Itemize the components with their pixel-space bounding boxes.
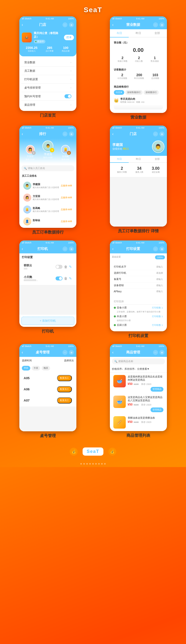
carrier-1: all Sketch	[22, 17, 31, 20]
printer-settings-btn[interactable]: ⊕	[69, 246, 74, 252]
product-search-placeholder: 搜索商品名称	[118, 360, 133, 363]
detail-settings[interactable]: ⊕	[160, 132, 165, 136]
app-main-title: SeaT	[0, 6, 186, 14]
biz-sales-section: 商品销售排行 今日▼ 按销售额排行 按销量排行 👑 李庄吴泥白肉 销售额: 90…	[112, 83, 165, 112]
more-btn-1[interactable]: ···	[62, 22, 67, 27]
stat-orders: 285 总订单量	[46, 46, 54, 52]
settings-btn-1[interactable]: ⊕	[69, 22, 74, 27]
ps-settings[interactable]: ⊕	[160, 246, 165, 252]
reservation-toggle[interactable]	[64, 94, 71, 98]
printer-section: all Sketch9:41 AM100% ‹ 打印机 ··· ⊕ 打印设置 联…	[5, 240, 91, 342]
detail-more[interactable]: ···	[153, 132, 158, 136]
printer-item-1: 联联云 111 🗑 ✎	[21, 262, 74, 272]
emp-header-card: 李建国 业绩排名 NO.1 👨	[110, 138, 167, 156]
delete-icon-2[interactable]: 🗑	[64, 276, 67, 280]
stat-revenue-label: 实际收入	[26, 50, 37, 52]
biz-more-btn[interactable]: ···	[153, 22, 158, 27]
ps-more[interactable]: ···	[153, 246, 158, 252]
stat-revenue: 2356.25 实际收入	[26, 46, 37, 52]
tab-all[interactable]: 全部	[148, 29, 167, 37]
section-label-ranking: 员工订单数据排行	[32, 230, 64, 238]
product-search-wrap: 🔍 搜索商品名称	[110, 357, 167, 366]
pm-more[interactable]: ···	[153, 350, 158, 355]
status-bar-3: all Sketch9:41 AM100%	[19, 126, 76, 130]
stat-orders-val: 285	[46, 46, 54, 50]
rank-1st: 👨 1 李建国 服务290单	[42, 140, 53, 159]
pm-settings[interactable]: ⊕	[160, 350, 165, 355]
printer-settings-section: all Sketch9:41 AM100% ‹ 打印设置 ··· ⊕ 基础设置 …	[95, 240, 181, 342]
printer-phone: all Sketch9:41 AM100% ‹ 打印机 ··· ⊕ 打印设置 联…	[19, 240, 76, 327]
printer-1-toggle[interactable]	[56, 265, 62, 269]
basic-sort-1[interactable]: 100%	[155, 255, 165, 259]
biz-settings-btn[interactable]: ⊕	[160, 22, 165, 27]
emp-tab-today[interactable]: 今日	[110, 156, 129, 163]
sales-tab-count[interactable]: 按销量排行	[144, 90, 159, 95]
visitors-today: 2 今日访客数	[117, 73, 127, 80]
menu-printer[interactable]: 打印机设置 ›	[21, 75, 74, 84]
section-label-store-home: 门店首页	[40, 113, 56, 121]
shift-evening[interactable]: 晚班	[42, 366, 50, 370]
visitors-total: 103 总访客数	[151, 73, 159, 80]
rank-item-3[interactable]: 👱 彭高略 戴大侠火锅高新门店-大堂经理 总服务98单	[21, 204, 74, 215]
manage-btn-2[interactable]: 管理商品	[151, 408, 164, 412]
manage-btn-1[interactable]: 管理商品	[151, 387, 164, 392]
dots-decoration	[0, 460, 186, 467]
filter-stock[interactable]: 库存排序↓	[125, 367, 136, 371]
menu-reservation[interactable]: 预约叫号管理	[21, 92, 74, 101]
table-num-a06: A06	[24, 388, 30, 391]
status-bar-5: all Sketch9:41 AM100%	[19, 240, 76, 245]
punch-btn[interactable]: 打卡	[64, 35, 74, 40]
stat-products-label: 商品总量	[62, 50, 70, 52]
signal-2: 100%	[159, 17, 164, 20]
emp-rank: 业绩排名 NO.1	[112, 147, 129, 151]
rank-item-4[interactable]: 👤 彭绿金 ... 总服务98单	[21, 216, 74, 227]
biz-payers: 2 付款人数	[135, 56, 143, 62]
visitor-title: 访客数统计	[114, 68, 163, 72]
printer-2-toggle[interactable]	[56, 276, 62, 280]
delete-icon-1[interactable]: 🗑	[64, 265, 67, 269]
arrange-btn-a05[interactable]: 配置员工	[57, 375, 72, 381]
tm-more[interactable]: ···	[62, 350, 67, 355]
menu-printer-label: 打印机设置	[24, 78, 38, 81]
add-printer-btn[interactable]: + 添加打印机	[21, 317, 74, 325]
filter-time-label[interactable]: 选择时间	[22, 359, 32, 362]
setting-select-printer[interactable]: 选择打印机 请选择	[114, 270, 163, 276]
bottom-icon-left: 💰	[70, 448, 78, 456]
arrange-btn-a07[interactable]: 配置员工	[57, 397, 72, 404]
ranking-more[interactable]: ···	[62, 132, 67, 136]
tab-today[interactable]: 今日	[110, 29, 129, 38]
ranking-settings[interactable]: ⊕	[69, 132, 74, 136]
bottom-bar: 💰 SeaT 💰	[0, 444, 186, 460]
sales-tab-amount[interactable]: 按销售额排行	[125, 90, 143, 95]
menu-biz-data[interactable]: 营业数据 ›	[21, 58, 74, 67]
menu-dishes[interactable]: 菜品管理 ›	[21, 101, 74, 109]
shift-noon[interactable]: 午班	[32, 366, 40, 370]
printer-more[interactable]: ···	[62, 246, 67, 252]
store-card: 🍲 重庆鸡公煲（春熙路店） 营业中 打卡 2356.25 实际收入	[19, 29, 76, 56]
biz-data-phone: all Sketch 9:41 AM 100% ‹ 营业数据 ··· ⊕ 今日 …	[110, 16, 167, 113]
filter-category[interactable]: 分类查看▼	[137, 367, 150, 371]
filter-price[interactable]: 价格排序↓	[112, 367, 123, 371]
edit-icon-2[interactable]: ✎	[69, 276, 72, 280]
tm-settings[interactable]: ⊕	[69, 350, 74, 355]
menu-table[interactable]: 桌号排班管理 ›	[21, 84, 74, 92]
store-stats: 2356.25 实际收入 285 总订单量 100 商品总量	[22, 46, 74, 52]
store-name: 重庆鸡公煲（春熙路店）	[34, 31, 62, 39]
arrange-btn-a06[interactable]: 配置员工	[57, 386, 72, 392]
rank-item-2[interactable]: 👩 方亚琼 戴大侠火锅高新门店-大堂经理 总服务98单	[21, 192, 74, 203]
rank-item-avatar-4: 👤	[23, 218, 31, 225]
menu-emp-data[interactable]: 员工数据 ›	[21, 67, 74, 75]
emp-tab-all[interactable]: 全部	[148, 156, 167, 162]
store-home-phone: all Sketch 9:41 AM 100% ‹ 门店 ··· ⊕ 🍲	[19, 16, 76, 111]
emp-avatar-large: 👨	[152, 140, 165, 153]
section-label-ranking-detail: 员工订单数据排行 详情	[118, 228, 159, 237]
rank-item-1[interactable]: 👨 李建国 戴大侠火锅高新门店-大堂经理 总服务98单	[21, 180, 74, 191]
tab-yesterday[interactable]: 昨日	[129, 29, 148, 37]
ranking-detail-header: ‹ 门店 ··· ⊕	[110, 130, 167, 138]
setting-printer-name: 打印机名字 请输入	[114, 264, 163, 270]
shift-morning[interactable]: 早班	[22, 366, 30, 370]
sales-tab-today[interactable]: 今日▼	[114, 90, 125, 95]
emp-tab-yesterday[interactable]: 昨日	[129, 156, 148, 162]
biz-data-section: all Sketch 9:41 AM 100% ‹ 营业数据 ··· ⊕ 今日 …	[95, 16, 181, 123]
edit-icon-1[interactable]: ✎	[69, 265, 72, 269]
